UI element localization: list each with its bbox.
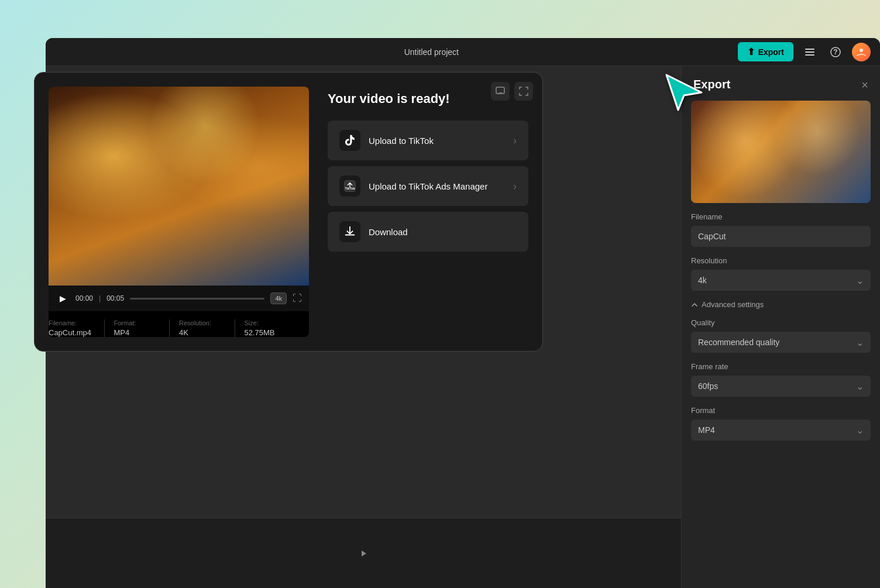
filename-section: Filename — [682, 212, 880, 256]
export-panel: Export × Filename Resolution 4k — [681, 66, 880, 588]
download-icon — [339, 221, 360, 242]
filename-label: Filename: — [49, 319, 95, 326]
export-button[interactable]: ⬆ Export — [738, 42, 793, 61]
video-thumbnail — [49, 87, 309, 286]
resolution-select[interactable]: 4k — [691, 270, 871, 291]
main-content: ▶ 00:00 | 00:05 4k ⛶ Filen — [46, 66, 681, 588]
video-meta: Filename: CapCut.mp4 Format: MP4 Resolut… — [49, 311, 309, 337]
advanced-settings-toggle[interactable]: Advanced settings — [682, 300, 880, 318]
svg-point-5 — [860, 49, 863, 52]
timeline-area — [46, 518, 681, 588]
chevron-up-icon — [691, 301, 698, 308]
quality-section: Quality Recommended quality — [682, 318, 880, 362]
video-fullscreen-button[interactable]: ⛶ — [293, 293, 302, 304]
time-separator: | — [99, 294, 101, 302]
frame-rate-section: Frame rate 60fps — [682, 362, 880, 406]
preview-thumbnail — [691, 101, 871, 203]
format-value: MP4 — [114, 328, 160, 337]
resolution-value: 4K — [179, 328, 225, 337]
video-player: ▶ 00:00 | 00:05 4k ⛶ Filen — [49, 87, 309, 337]
modal-body: ▶ 00:00 | 00:05 4k ⛶ Filen — [49, 87, 528, 337]
export-up-icon: ⬆ — [747, 46, 755, 57]
export-panel-header: Export × — [682, 66, 880, 101]
svg-text:?: ? — [833, 48, 837, 56]
size-value: 52.75MB — [245, 328, 291, 337]
upload-tiktok-ads-button[interactable]: TikTok Upload to TikTok Ads Manager › — [328, 166, 528, 206]
quality-select[interactable]: Recommended quality — [691, 332, 871, 353]
frame-rate-field-label: Frame rate — [691, 362, 871, 371]
quality-select-wrapper: Recommended quality — [691, 332, 871, 353]
tiktok-ads-icon: TikTok — [339, 176, 360, 197]
format-field-label: Format — [691, 406, 871, 415]
modal-right: Your video is ready! Upload to TikTok › — [328, 87, 528, 257]
resolution-field-label: Resolution — [691, 256, 871, 265]
svg-rect-0 — [805, 49, 814, 50]
svg-text:TikTok: TikTok — [345, 187, 355, 190]
fullscreen-icon-button[interactable] — [514, 82, 533, 101]
format-label: Format: — [114, 319, 160, 326]
resolution-label: Resolution: — [179, 319, 225, 326]
chevron-right-icon-2: › — [513, 180, 517, 192]
filename-value: CapCut.mp4 — [49, 328, 95, 337]
close-panel-button[interactable]: × — [861, 79, 868, 91]
svg-rect-2 — [805, 54, 814, 56]
frame-rate-select-wrapper: 60fps — [691, 376, 871, 397]
format-select[interactable]: MP4 — [691, 419, 871, 441]
video-controls: ▶ 00:00 | 00:05 4k ⛶ — [49, 286, 309, 311]
format-select-wrapper: MP4 — [691, 419, 871, 441]
meta-resolution: Resolution: 4K — [179, 319, 235, 337]
app-body: ▶ 00:00 | 00:05 4k ⛶ Filen — [46, 66, 880, 588]
size-label: Size: — [245, 319, 291, 326]
upload-tiktok-button[interactable]: Upload to TikTok › — [328, 121, 528, 160]
meta-filename: Filename: CapCut.mp4 — [49, 319, 105, 337]
meta-format: Format: MP4 — [114, 319, 170, 337]
meta-size: Size: 52.75MB — [245, 319, 300, 337]
export-preview — [691, 101, 871, 203]
resolution-section: Resolution 4k — [682, 256, 880, 300]
tiktok-icon — [339, 130, 360, 151]
play-button[interactable]: ▶ — [56, 291, 70, 305]
modal-top-icons — [491, 82, 533, 101]
quality-badge[interactable]: 4k — [270, 293, 287, 304]
video-display — [49, 87, 309, 286]
menu-icon[interactable] — [800, 43, 819, 61]
app-window: Untitled project ⬆ Export ? — [46, 38, 880, 588]
svg-marker-9 — [666, 75, 702, 110]
top-bar: Untitled project ⬆ Export ? — [46, 38, 880, 66]
quality-field-label: Quality — [691, 318, 871, 327]
progress-bar[interactable] — [130, 298, 264, 300]
help-icon[interactable]: ? — [826, 43, 845, 61]
video-ready-modal: ▶ 00:00 | 00:05 4k ⛶ Filen — [34, 72, 543, 352]
filename-input[interactable] — [691, 226, 871, 247]
frame-rate-select[interactable]: 60fps — [691, 376, 871, 397]
svg-rect-1 — [805, 51, 814, 53]
timeline-play-button[interactable] — [354, 544, 373, 563]
download-button[interactable]: Download — [328, 212, 528, 252]
current-time: 00:00 — [75, 294, 93, 302]
avatar[interactable] — [852, 43, 871, 61]
total-time: 00:05 — [106, 294, 124, 302]
resolution-select-wrapper: 4k — [691, 270, 871, 291]
chevron-right-icon: › — [513, 135, 517, 147]
filename-field-label: Filename — [691, 212, 871, 221]
format-section: Format MP4 — [682, 406, 880, 450]
comment-icon-button[interactable] — [491, 82, 510, 101]
project-title: Untitled project — [404, 47, 459, 57]
top-bar-actions: ⬆ Export ? — [738, 42, 871, 61]
